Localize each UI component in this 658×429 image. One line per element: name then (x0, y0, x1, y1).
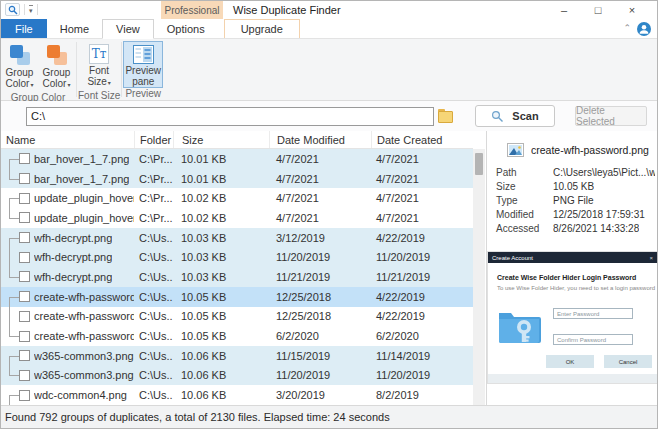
preview-pane-button[interactable]: Preview pane (123, 41, 163, 88)
table-row[interactable]: wfh-decrypt.pngC:\Us...10.03 KB11/20/201… (1, 247, 473, 267)
folder-cell: C:\Us... (134, 385, 173, 405)
edition-badge: Professional (161, 1, 223, 19)
date-created-cell: 6/2/2020 (371, 326, 473, 346)
row-checkbox[interactable] (19, 271, 30, 282)
preview-image-titlebar: Create Account × (488, 252, 657, 263)
table-row[interactable]: bar_hover_1_7.pngC:\Pr...10.01 KB4/7/202… (1, 169, 473, 189)
table-row[interactable]: w365-common3.pngC:\Us...10.06 KB11/20/20… (1, 366, 473, 386)
file-name: w365-common3.png (34, 350, 134, 362)
detail-label: Accessed (496, 223, 553, 234)
row-checkbox[interactable] (19, 291, 30, 302)
column-header-name[interactable]: Name (1, 131, 134, 148)
minimize-button[interactable]: – (547, 1, 581, 18)
tab-options[interactable]: Options (154, 19, 218, 38)
status-text: Found 792 groups of duplicates, a total … (5, 411, 390, 423)
folder-cell: C:\Pr... (134, 149, 173, 169)
maximize-button[interactable]: □ (581, 1, 615, 18)
row-checkbox[interactable] (19, 390, 30, 401)
column-header-date-created[interactable]: Date Created (371, 131, 473, 148)
table-row[interactable]: update_plugin_hover_@2....C:\Pr...10.02 … (1, 208, 473, 228)
tab-file[interactable]: File (1, 19, 47, 38)
group-color-blue-button[interactable]: Group Color▾ (1, 41, 38, 92)
button-label: Font Size (87, 65, 109, 87)
detail-value: C:\Users\leya5\Pict...\wfh (553, 167, 655, 178)
table-row[interactable]: wdc-common4.pngC:\Us...10.06 KB3/20/2019… (1, 385, 473, 405)
folder-cell: C:\Pr... (134, 188, 173, 208)
search-icon (491, 110, 504, 123)
tab-view[interactable]: View (102, 19, 154, 39)
table-row[interactable]: wfh-decrypt.pngC:\Us...10.03 KB11/21/201… (1, 267, 473, 287)
delete-selected-button[interactable]: Delete Selected (575, 106, 647, 126)
column-header-date-modified[interactable]: Date Modified (269, 131, 371, 148)
preview-panel: create-wfh-password.png Path C:\Users\le… (486, 131, 657, 405)
table-row[interactable]: wfh-decrypt.pngC:\Us...10.03 KB3/12/2019… (1, 228, 473, 248)
dropdown-arrow-icon: ▾ (108, 80, 111, 86)
tab-upgrade[interactable]: Upgrade (224, 19, 300, 38)
status-bar: Found 792 groups of duplicates, a total … (1, 405, 657, 428)
ribbon-tabs: File Home View Options Upgrade ⌃ (1, 19, 657, 39)
folder-cell: C:\Us... (134, 267, 173, 287)
row-checkbox[interactable] (19, 153, 30, 164)
scrollbar-thumb[interactable] (475, 153, 483, 175)
size-cell: 10.03 KB (173, 247, 269, 267)
row-checkbox[interactable] (19, 193, 30, 204)
scan-button[interactable]: Scan (475, 105, 555, 127)
table-row[interactable]: update_plugin_hover_@2....C:\Pr...10.02 … (1, 188, 473, 208)
collapse-ribbon-icon[interactable]: ⌃ (623, 23, 631, 33)
table-row[interactable]: w365-common3.pngC:\Us...10.06 KB11/15/20… (1, 346, 473, 366)
date-created-cell: 4/7/2021 (371, 149, 473, 169)
date-modified-cell: 4/7/2021 (269, 169, 371, 189)
dropdown-arrow-icon: ▾ (67, 82, 70, 88)
date-created-cell: 11/21/2019 (371, 267, 473, 287)
tab-home[interactable]: Home (47, 19, 102, 38)
column-header-size[interactable]: Size (173, 131, 269, 148)
table-row[interactable]: create-wfh-password.pngC:\Us...10.05 KB1… (1, 287, 473, 307)
image-preview: Create Account × Create Wise Folder Hide… (487, 251, 657, 384)
table-row[interactable]: bar_hover_1_7.pngC:\Pr...10.01 KB4/7/202… (1, 149, 473, 169)
detail-label: Size (496, 181, 553, 192)
row-checkbox[interactable] (19, 212, 30, 223)
dropdown-arrow-icon: ▾ (30, 82, 33, 88)
preview-image-confirm-field: Confirm Password (553, 334, 633, 345)
font-size-icon: Tт (89, 44, 109, 64)
customize-toolbar-arrow-icon[interactable]: ▾ (29, 5, 33, 14)
group-bracket (1, 307, 19, 327)
date-created-cell: 4/7/2021 (371, 208, 473, 228)
detail-label: Modified (496, 209, 553, 220)
font-size-button[interactable]: Tт Font Size▾ (79, 41, 119, 90)
column-header-folder[interactable]: Folder (134, 131, 173, 148)
account-icon[interactable] (637, 22, 651, 36)
group-bracket (1, 326, 19, 346)
date-created-cell: 4/22/2019 (371, 228, 473, 248)
row-checkbox[interactable] (19, 331, 30, 342)
browse-folder-icon[interactable] (438, 109, 453, 123)
date-modified-cell: 11/20/2019 (269, 366, 371, 386)
row-checkbox[interactable] (19, 311, 30, 322)
file-name: wfh-decrypt.png (34, 271, 112, 283)
vertical-scrollbar[interactable] (473, 149, 485, 405)
detail-label: Path (496, 167, 553, 178)
row-checkbox[interactable] (19, 173, 30, 184)
row-checkbox[interactable] (19, 232, 30, 243)
close-button[interactable]: × (615, 1, 649, 18)
table-row[interactable]: create-wfh-password.pngC:\Us...10.05 KB6… (1, 326, 473, 346)
row-checkbox[interactable] (19, 252, 30, 263)
row-checkbox[interactable] (19, 370, 30, 381)
file-name: create-wfh-password.png (34, 330, 134, 342)
row-checkbox[interactable] (19, 350, 30, 361)
file-name: create-wfh-password.png (34, 310, 134, 322)
folder-cell: C:\Pr... (134, 208, 173, 228)
detail-row: Path C:\Users\leya5\Pict...\wfh (487, 165, 657, 179)
image-file-icon (507, 143, 524, 157)
group-bracket (1, 228, 19, 248)
table-row[interactable]: create-wfh-password.pngC:\Us...10.05 KB1… (1, 307, 473, 327)
preview-image-cancel-button: Cancel (604, 355, 652, 368)
path-input[interactable] (26, 107, 434, 126)
group-color-orange-button[interactable]: Group Color▾ (38, 41, 75, 92)
file-name: create-wfh-password.png (34, 291, 134, 303)
ribbon-group-preview: Preview pane Preview (123, 39, 163, 100)
selected-file-header: create-wfh-password.png (487, 131, 657, 165)
date-modified-cell: 11/15/2019 (269, 346, 371, 366)
title-bar: ▾ Professional Wise Duplicate Finder – □… (1, 1, 657, 19)
file-name: bar_hover_1_7.png (34, 153, 129, 165)
